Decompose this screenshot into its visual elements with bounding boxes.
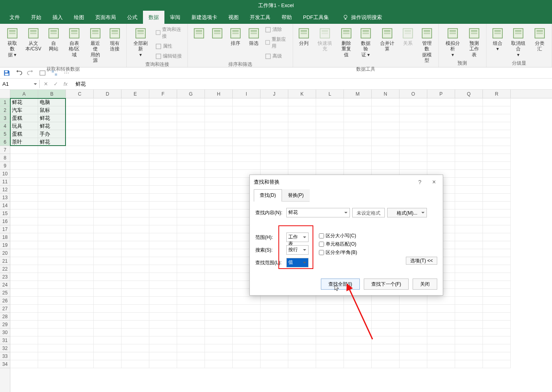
cell-M6[interactable]: [344, 138, 372, 146]
cell-H3[interactable]: [205, 114, 233, 122]
cell-B31[interactable]: [38, 336, 66, 344]
cell-C31[interactable]: [66, 336, 94, 344]
menu-tab-8[interactable]: 新建选项卡: [186, 11, 223, 24]
cell-B21[interactable]: [38, 257, 66, 265]
cell-G9[interactable]: [177, 162, 205, 170]
cell-G26[interactable]: [177, 297, 205, 305]
cell-H30[interactable]: [205, 329, 233, 336]
cell-A14[interactable]: [10, 202, 38, 209]
cell-E29[interactable]: [122, 321, 149, 329]
formula-input[interactable]: 鲜花: [71, 79, 552, 89]
cell-D24[interactable]: [94, 281, 122, 289]
cell-F1[interactable]: [149, 98, 177, 106]
menu-tab-4[interactable]: 页面布局: [90, 11, 122, 24]
cell-H11[interactable]: [205, 178, 233, 186]
cell-K1[interactable]: [288, 98, 316, 106]
cell-L34[interactable]: [316, 360, 344, 368]
col-header-R[interactable]: R: [483, 90, 511, 98]
cell-P33[interactable]: [427, 352, 455, 360]
cell-B30[interactable]: [38, 329, 66, 336]
cell-E1[interactable]: [122, 98, 149, 106]
cell-D25[interactable]: [94, 289, 122, 297]
row-header-1[interactable]: 1: [0, 98, 10, 106]
qat-custom-icon[interactable]: [39, 69, 46, 77]
cell-J1[interactable]: [261, 98, 288, 106]
cell-P34[interactable]: [427, 360, 455, 368]
cell-E2[interactable]: [122, 106, 149, 114]
sort-button[interactable]: 排序: [228, 25, 243, 48]
cell-D21[interactable]: [94, 257, 122, 265]
cell-G22[interactable]: [177, 265, 205, 273]
cell-D20[interactable]: [94, 249, 122, 257]
cell-K3[interactable]: [288, 114, 316, 122]
cancel-icon[interactable]: ✕: [44, 81, 48, 87]
cell-E27[interactable]: [122, 305, 149, 313]
cell-A33[interactable]: [10, 352, 38, 360]
cell-G1[interactable]: [177, 98, 205, 106]
cell-C12[interactable]: [66, 186, 94, 194]
find-next-button[interactable]: 查找下一个(F): [364, 279, 409, 290]
cell-A10[interactable]: [10, 170, 38, 178]
cell-R6[interactable]: [483, 138, 511, 146]
cell-F27[interactable]: [149, 305, 177, 313]
row-header-13[interactable]: 13: [0, 194, 10, 202]
cell-M33[interactable]: [344, 352, 372, 360]
cell-D19[interactable]: [94, 241, 122, 249]
cell-A28[interactable]: [10, 313, 38, 321]
cell-Q14[interactable]: [455, 202, 483, 209]
cell-E20[interactable]: [122, 249, 149, 257]
row-header-28[interactable]: 28: [0, 313, 10, 321]
menu-tab-3[interactable]: 绘图: [68, 11, 90, 24]
cell-L6[interactable]: [316, 138, 344, 146]
from-text-csv-button[interactable]: 从文本/CSV: [23, 25, 43, 54]
from-web-button[interactable]: 自网站: [46, 25, 62, 54]
cell-C14[interactable]: [66, 202, 94, 209]
col-header-M[interactable]: M: [344, 90, 372, 98]
cell-N4[interactable]: [372, 122, 400, 130]
cell-N34[interactable]: [372, 360, 400, 368]
cell-L28[interactable]: [316, 313, 344, 321]
tell-me-search[interactable]: 操作说明搜索: [342, 14, 382, 21]
cell-E28[interactable]: [122, 313, 149, 321]
cell-P29[interactable]: [427, 321, 455, 329]
redo-icon[interactable]: [27, 69, 34, 77]
col-header-Q[interactable]: Q: [455, 90, 483, 98]
cell-M27[interactable]: [344, 305, 372, 313]
cell-H7[interactable]: [205, 146, 233, 154]
row-header-8[interactable]: 8: [0, 154, 10, 162]
cell-C19[interactable]: [66, 241, 94, 249]
cell-G24[interactable]: [177, 281, 205, 289]
cell-H2[interactable]: [205, 106, 233, 114]
cell-L1[interactable]: [316, 98, 344, 106]
tab-find[interactable]: 查找(D): [254, 189, 282, 202]
cell-B15[interactable]: [38, 209, 66, 217]
cell-K31[interactable]: [288, 336, 316, 344]
row-header-23[interactable]: 23: [0, 273, 10, 281]
cell-Q28[interactable]: [455, 313, 483, 321]
cell-O29[interactable]: [400, 321, 427, 329]
row-header-18[interactable]: 18: [0, 233, 10, 241]
cell-B10[interactable]: [38, 170, 66, 178]
cell-E7[interactable]: [122, 146, 149, 154]
refresh-all-button[interactable]: 全部刷新▾: [130, 25, 152, 59]
cell-D6[interactable]: [94, 138, 122, 146]
cell-B19[interactable]: [38, 241, 66, 249]
cell-F6[interactable]: [149, 138, 177, 146]
cell-H19[interactable]: [205, 241, 233, 249]
cell-A5[interactable]: 蛋糕: [10, 130, 38, 138]
cell-G4[interactable]: [177, 122, 205, 130]
cell-G11[interactable]: [177, 178, 205, 186]
cell-H33[interactable]: [205, 352, 233, 360]
cell-J4[interactable]: [261, 122, 288, 130]
cell-C29[interactable]: [66, 321, 94, 329]
relationships-button[interactable]: 关系: [400, 25, 416, 48]
cell-H24[interactable]: [205, 281, 233, 289]
cell-B6[interactable]: 鲜花: [38, 138, 66, 146]
cell-O7[interactable]: [400, 146, 427, 154]
cell-L5[interactable]: [316, 130, 344, 138]
col-header-P[interactable]: P: [427, 90, 455, 98]
cell-C20[interactable]: [66, 249, 94, 257]
row-header-9[interactable]: 9: [0, 162, 10, 170]
col-header-H[interactable]: H: [205, 90, 233, 98]
row-header-30[interactable]: 30: [0, 329, 10, 336]
